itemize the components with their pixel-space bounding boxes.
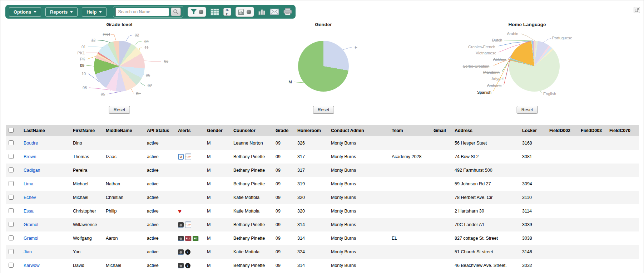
slice-label-09-selected[interactable]: 09 xyxy=(80,63,84,68)
col-lastname[interactable]: LastName xyxy=(21,125,70,136)
help-button[interactable]: Help xyxy=(82,7,106,17)
student-name-link[interactable]: Cadigan xyxy=(24,168,40,173)
info-alert-icon[interactable]: i xyxy=(185,263,190,268)
row-checkbox[interactable] xyxy=(9,181,14,186)
search-input[interactable] xyxy=(115,8,169,16)
row-checkbox[interactable] xyxy=(9,154,14,159)
slice-label-vietnamese[interactable]: Vietnamese xyxy=(476,51,496,55)
print-button[interactable] xyxy=(283,8,292,15)
slice-label-10[interactable]: 10 xyxy=(81,72,86,76)
bar-chart-button[interactable] xyxy=(258,9,266,15)
slice-label-english[interactable]: English xyxy=(543,92,556,96)
student-name-link[interactable]: Gramol xyxy=(24,222,38,227)
col-gender[interactable]: Gender xyxy=(204,125,231,136)
row-checkbox[interactable] xyxy=(9,235,14,240)
gender-pie[interactable] xyxy=(298,41,349,92)
student-name-link[interactable]: Karwow xyxy=(24,263,39,268)
home-language-pie[interactable] xyxy=(509,41,560,92)
slice-label-02[interactable]: 02 xyxy=(135,33,139,37)
slice-label-creoles-french[interactable]: Creoles-French xyxy=(468,45,495,49)
row-checkbox[interactable] xyxy=(9,208,14,213)
col-team[interactable]: Team xyxy=(389,125,431,136)
student-name-link[interactable]: Brown xyxy=(24,154,36,159)
health-alert-icon[interactable]: ♥ xyxy=(178,208,182,214)
row-checkbox[interactable] xyxy=(9,263,14,268)
chart-title: Grade level xyxy=(66,22,173,27)
no-photo-alert-icon[interactable] xyxy=(178,249,184,255)
ed-alert-icon[interactable]: ED xyxy=(193,236,198,241)
col-grade[interactable]: Grade xyxy=(273,125,294,136)
slice-label-dutch[interactable]: Dutch xyxy=(492,38,502,42)
slice-label-08[interactable]: 08 xyxy=(83,86,87,90)
flep-alert-icon[interactable]: FLEP xyxy=(185,153,191,160)
col-counselor[interactable]: Counselor xyxy=(231,125,273,136)
slice-label-portuguese[interactable]: Portuguese xyxy=(552,36,572,40)
gender-reset-button[interactable]: Reset xyxy=(313,106,334,114)
slice-label-05[interactable]: 05 xyxy=(101,92,105,96)
col-fieldd003[interactable]: FieldD003 xyxy=(578,125,606,136)
slice-label-pk4[interactable]: PK4 xyxy=(103,32,110,36)
col-conduct-admin[interactable]: Conduct Admin xyxy=(328,125,389,136)
col-locker[interactable]: Locker xyxy=(519,125,546,136)
slice-label-amharic[interactable]: Amharic xyxy=(487,83,501,88)
slice-label-03[interactable]: 03 xyxy=(164,59,168,63)
grade-reset-button[interactable]: Reset xyxy=(109,106,130,114)
col-middlename[interactable]: MiddleName xyxy=(103,125,144,136)
col-fieldc070[interactable]: FieldC070 xyxy=(606,125,639,136)
row-checkbox[interactable] xyxy=(9,140,14,145)
open-in-new-window-button[interactable] xyxy=(634,7,640,13)
slice-label-01[interactable]: 01 xyxy=(81,45,86,49)
slice-label-07[interactable]: 07 xyxy=(148,83,152,88)
ell-alert-icon[interactable]: ELL xyxy=(185,236,191,241)
col-gmail[interactable]: Gmail xyxy=(431,125,452,136)
email-button[interactable] xyxy=(270,9,279,15)
slice-label-arabic[interactable]: Arabic xyxy=(507,31,518,36)
home-language-reset-button[interactable]: Reset xyxy=(517,106,538,114)
slice-label-mandarin[interactable]: Mandarin xyxy=(483,70,500,74)
student-name-link[interactable]: Gramol xyxy=(24,236,38,241)
slice-label-serbo-croatian[interactable]: Serbo-Croatian xyxy=(463,64,490,68)
slice-label-kf[interactable]: KF xyxy=(136,91,141,96)
row-checkbox[interactable] xyxy=(9,167,14,172)
info-alert-icon[interactable]: i xyxy=(185,249,190,255)
slice-label-abkhaz[interactable]: Abkhaz xyxy=(493,57,506,62)
student-name-link[interactable]: Lima xyxy=(24,181,33,186)
no-photo-alert-icon[interactable] xyxy=(178,263,184,268)
col-api-status[interactable]: API Status xyxy=(144,125,175,136)
slice-label-12[interactable]: 12 xyxy=(91,38,95,42)
student-name-link[interactable]: Boudre xyxy=(24,141,38,146)
grade-level-pie[interactable] xyxy=(94,41,145,92)
col-fieldd002[interactable]: FieldD002 xyxy=(546,125,578,136)
student-name-link[interactable]: Essa xyxy=(24,209,34,214)
reports-button[interactable]: Reports xyxy=(45,7,78,17)
slice-label-11[interactable]: 11 xyxy=(144,45,148,50)
u-plan-alert-icon[interactable]: U xyxy=(178,154,184,160)
col-address[interactable]: Address xyxy=(452,125,519,136)
grid-view-button[interactable] xyxy=(210,9,219,15)
row-checkbox[interactable] xyxy=(9,249,14,254)
search-button[interactable] xyxy=(171,8,181,16)
no-photo-alert-icon[interactable] xyxy=(178,236,184,241)
student-name-link[interactable]: Echev xyxy=(24,195,36,200)
student-name-link[interactable]: Jian xyxy=(24,249,32,254)
slice-label-06[interactable]: 06 xyxy=(146,73,150,77)
col-alerts[interactable]: Alerts xyxy=(175,125,204,136)
select-all-checkbox[interactable] xyxy=(9,128,14,133)
no-photo-alert-icon[interactable] xyxy=(178,222,184,228)
slice-label-pk[interactable]: PK xyxy=(80,57,85,61)
flep-alert-icon[interactable]: FLEP xyxy=(185,221,191,228)
row-checkbox[interactable] xyxy=(9,195,14,200)
slice-label-pk1[interactable]: PK1 xyxy=(78,51,85,55)
col-firstname[interactable]: FirstName xyxy=(70,125,103,136)
charts-toggle-button[interactable] xyxy=(236,7,254,17)
slice-label-m-selected[interactable]: M xyxy=(288,80,292,84)
slice-label-f[interactable]: F xyxy=(355,45,357,49)
row-checkbox[interactable] xyxy=(9,222,14,227)
filter-toggle-button[interactable] xyxy=(188,7,206,17)
sort-az-button[interactable]: a-z xyxy=(223,8,231,16)
slice-label-spanish-selected[interactable]: Spanish xyxy=(477,90,491,94)
slice-label-04[interactable]: 04 xyxy=(144,39,149,44)
col-homeroom[interactable]: Homeroom xyxy=(294,125,328,136)
slice-label-adygei[interactable]: Adygei xyxy=(491,77,504,81)
options-button[interactable]: Options xyxy=(9,7,41,17)
